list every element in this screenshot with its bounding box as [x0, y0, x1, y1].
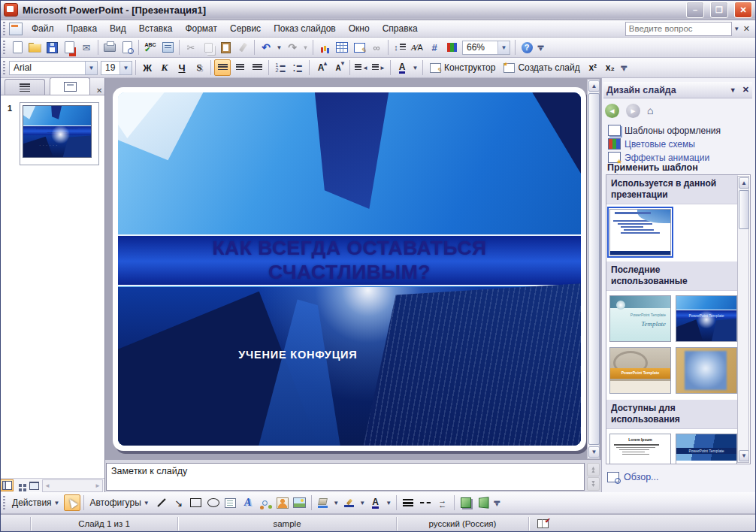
toolbar-grip[interactable]	[3, 61, 5, 74]
increase-font-button[interactable]: A▲	[313, 59, 329, 76]
toolbar-options-chevron[interactable]: ▬▼	[619, 59, 629, 76]
insert-picture-button[interactable]	[292, 494, 308, 511]
print-button[interactable]	[101, 39, 118, 56]
menu-file[interactable]: Файл	[26, 21, 60, 36]
oval-button[interactable]	[205, 494, 222, 511]
diagram-button[interactable]	[257, 494, 274, 511]
draw-font-color-dropdown-icon[interactable]: ▼	[385, 494, 393, 511]
rectangle-button[interactable]	[188, 494, 204, 511]
template-thumb-bluephoto[interactable]: PowerPoint Template · · · · · · ·	[676, 434, 737, 464]
outline-horizontal-scrollbar[interactable]: ◄►	[42, 479, 103, 492]
slide-editor-area[interactable]: КАК ВСЕГДА ОСТАВАТЬСЯ СЧАСТЛИВЫМ? УЧЕНИЕ…	[105, 78, 601, 460]
zoom-dropdown-icon[interactable]: ▼	[497, 41, 510, 54]
font-color-button[interactable]: A	[394, 59, 410, 76]
bullets-button[interactable]: • ▬• ▬	[289, 59, 306, 76]
template-list-scrollbar[interactable]: ▲ ▼	[737, 176, 749, 463]
menu-slideshow[interactable]: Показ слайдов	[268, 21, 342, 36]
normal-view-button[interactable]	[0, 479, 14, 491]
menu-insert[interactable]: Вставка	[133, 21, 179, 36]
maximize-button[interactable]: ❐	[710, 2, 728, 18]
spelling-status-icon[interactable]: ✔	[529, 517, 556, 530]
menu-format[interactable]: Формат	[179, 21, 223, 36]
scroll-down-icon[interactable]: ▼	[739, 450, 749, 461]
shadow-style-button[interactable]	[458, 494, 474, 511]
mail-button[interactable]: ✉	[78, 39, 95, 56]
research-button[interactable]	[159, 39, 176, 56]
notes-pane[interactable]: Заметки к слайду	[106, 463, 585, 491]
grid-button[interactable]: #	[426, 39, 443, 56]
scroll-up-icon[interactable]: ▲	[588, 80, 600, 92]
text-box-button[interactable]	[222, 494, 239, 511]
font-combo[interactable]: Arial▼	[9, 61, 98, 75]
align-center-button[interactable]	[231, 59, 248, 76]
format-painter-button[interactable]	[234, 39, 251, 56]
slide-sorter-view-button[interactable]	[14, 479, 27, 491]
italic-button[interactable]: К	[156, 59, 173, 76]
paste-button[interactable]	[217, 39, 234, 56]
question-input[interactable]	[625, 22, 732, 36]
save-button[interactable]	[44, 39, 60, 56]
spelling-button[interactable]: ABC✔	[142, 39, 159, 56]
increase-indent-button[interactable]: ►	[370, 59, 387, 76]
color-view-button[interactable]	[443, 39, 460, 56]
toolbar-grip[interactable]	[3, 41, 5, 54]
select-objects-button[interactable]	[64, 494, 80, 511]
task-pane-dropdown-icon[interactable]: ▼	[730, 86, 736, 94]
fill-color-dropdown-icon[interactable]: ▼	[332, 494, 340, 511]
slides-tab[interactable]	[50, 77, 90, 95]
line-style-button[interactable]	[400, 494, 416, 511]
toolbar-options-chevron[interactable]: ▬▼	[536, 39, 546, 56]
outline-tab[interactable]	[5, 79, 45, 95]
print-preview-button[interactable]	[119, 39, 135, 56]
toolbar-grip[interactable]	[3, 496, 5, 509]
template-thumb-default[interactable]: Lorem Ipsum	[609, 434, 671, 464]
decrease-font-button[interactable]: A▼	[330, 59, 346, 76]
title-placeholder[interactable]: КАК ВСЕГДА ОСТАВАТЬСЯ СЧАСТЛИВЫМ?	[118, 234, 581, 286]
slide-subtitle[interactable]: УЧЕНИЕ КОНФУЦИЯ	[238, 349, 357, 361]
menu-help[interactable]: Справка	[376, 21, 424, 36]
hyperlink-button[interactable]: ∞	[368, 39, 385, 56]
scroll-up-icon[interactable]: ▲	[739, 177, 749, 189]
new-slide-button[interactable]: ★Создать слайд	[500, 59, 583, 76]
menu-tools[interactable]: Сервис	[224, 21, 267, 36]
insert-table-button[interactable]	[334, 39, 350, 56]
fill-color-button[interactable]	[315, 494, 331, 511]
draw-menu-button[interactable]: Действия▼	[9, 496, 63, 509]
scrollbar-thumb[interactable]	[588, 93, 600, 445]
font-color-dropdown-icon[interactable]: ▼	[411, 59, 419, 76]
color-schemes-link[interactable]: Цветовые схемы	[608, 138, 695, 150]
menu-edit[interactable]: Правка	[61, 21, 104, 36]
design-templates-link[interactable]: Шаблоны оформления	[608, 125, 721, 136]
forward-icon[interactable]: ►	[626, 104, 640, 118]
slideshow-view-button[interactable]	[27, 479, 41, 491]
home-icon[interactable]: ⌂	[647, 104, 653, 116]
decrease-indent-button[interactable]: ◄	[353, 59, 370, 76]
wordart-button[interactable]: A	[240, 494, 256, 511]
slide-canvas[interactable]: КАК ВСЕГДА ОСТАВАТЬСЯ СЧАСТЛИВЫМ? УЧЕНИЕ…	[113, 87, 586, 451]
permission-button[interactable]	[61, 39, 77, 56]
help-button[interactable]: ?	[519, 39, 535, 56]
template-thumb-skyline[interactable]: PowerPoint Template	[676, 295, 737, 342]
template-thumb-teal[interactable]: PowerPoint Template Template	[609, 295, 671, 342]
font-size-combo[interactable]: 19▼	[101, 61, 132, 75]
arrow-style-button[interactable]: →←	[434, 494, 451, 511]
menu-window[interactable]: Окно	[343, 21, 376, 36]
menu-view[interactable]: Вид	[104, 21, 132, 36]
clipart-button[interactable]	[274, 494, 291, 511]
powerpoint-app-icon[interactable]	[4, 3, 18, 17]
bold-button[interactable]: Ж	[139, 59, 156, 76]
template-thumb-sepia[interactable]: PowerPoint Template	[609, 347, 671, 394]
threed-style-button[interactable]	[475, 494, 491, 511]
open-button[interactable]	[26, 39, 43, 56]
zoom-combo[interactable]: 66%▼	[462, 41, 510, 55]
align-right-button[interactable]	[249, 59, 265, 76]
insert-chart-button[interactable]	[316, 39, 333, 56]
align-left-button[interactable]	[214, 59, 231, 76]
new-button[interactable]	[9, 39, 26, 56]
draw-font-color-button[interactable]: A	[367, 494, 384, 511]
slide-thumbnail[interactable]: ········································…	[20, 102, 99, 165]
template-list[interactable]: Используется в данной презентации Послед…	[606, 174, 751, 464]
size-dropdown-icon[interactable]: ▼	[119, 62, 132, 74]
superscript-button[interactable]: x²	[585, 59, 601, 76]
template-thumb-marble[interactable]	[676, 347, 737, 394]
